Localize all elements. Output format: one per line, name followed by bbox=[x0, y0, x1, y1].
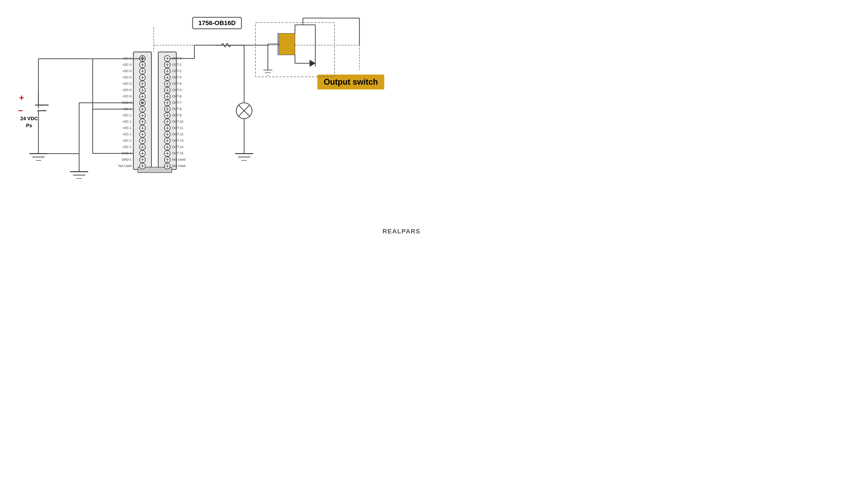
svg-marker-192 bbox=[310, 60, 315, 67]
svg-text:+DC-0: +DC-0 bbox=[122, 82, 131, 86]
svg-text:+DC-0: +DC-0 bbox=[122, 94, 131, 98]
svg-text:OUT-3: OUT-3 bbox=[172, 75, 182, 79]
svg-text:OUT-11: OUT-11 bbox=[172, 126, 183, 130]
svg-text:+DC-0: +DC-0 bbox=[122, 63, 131, 66]
svg-text:+DC-1: +DC-1 bbox=[122, 126, 131, 130]
svg-text:+: + bbox=[19, 93, 24, 102]
svg-text:OUT-15: OUT-15 bbox=[172, 151, 183, 155]
svg-text:GND-1: GND-1 bbox=[122, 158, 131, 161]
svg-text:OUT-4: OUT-4 bbox=[172, 82, 182, 86]
svg-text:+DC-0: +DC-0 bbox=[122, 75, 131, 79]
svg-text:OUT-1: OUT-1 bbox=[172, 63, 182, 66]
svg-text:+DC-1: +DC-1 bbox=[122, 139, 131, 142]
svg-text:+DC-1: +DC-1 bbox=[122, 113, 131, 117]
realpars-logo: REALPARS bbox=[382, 228, 421, 235]
svg-text:OUT-12: OUT-12 bbox=[172, 132, 183, 136]
svg-text:+DC-1: +DC-1 bbox=[122, 145, 131, 149]
svg-text:OUT-2: OUT-2 bbox=[172, 69, 182, 73]
svg-point-9 bbox=[141, 57, 144, 60]
svg-text:OUT-8: OUT-8 bbox=[172, 107, 182, 111]
svg-text:OUT-6: OUT-6 bbox=[172, 94, 182, 98]
svg-text:OUT-5: OUT-5 bbox=[172, 88, 182, 92]
svg-text:OUT-13: OUT-13 bbox=[172, 139, 183, 142]
svg-text:+DC-1: +DC-1 bbox=[122, 120, 131, 123]
svg-text:−: − bbox=[18, 106, 23, 115]
wiring-diagram: +DC-0 +DC-0 +DC-0 +DC-0 +DC-0 +DC-0 +DC-… bbox=[0, 0, 434, 244]
svg-text:Not Used: Not Used bbox=[119, 164, 131, 168]
svg-text:+DC-0: +DC-0 bbox=[122, 88, 131, 92]
switch-body bbox=[279, 33, 295, 55]
svg-text:+DC-0: +DC-0 bbox=[122, 57, 131, 60]
svg-text:OUT-10: OUT-10 bbox=[172, 120, 183, 123]
svg-text:Not Used: Not Used bbox=[172, 158, 185, 161]
svg-text:+DC-1: +DC-1 bbox=[122, 132, 131, 136]
svg-text:Not Used: Not Used bbox=[172, 164, 185, 168]
svg-text:OUT-14: OUT-14 bbox=[172, 145, 183, 149]
diagram-container: 1756-OB16D Output switch 24 VDC Ps bbox=[0, 0, 434, 244]
svg-point-29 bbox=[141, 101, 144, 104]
left-labels: +DC-0 +DC-0 +DC-0 +DC-0 +DC-0 +DC-0 +DC-… bbox=[119, 57, 132, 168]
svg-text:+DC-0: +DC-0 bbox=[122, 69, 131, 73]
svg-text:OUT-7: OUT-7 bbox=[172, 101, 182, 104]
svg-text:OUT-9: OUT-9 bbox=[172, 113, 182, 117]
